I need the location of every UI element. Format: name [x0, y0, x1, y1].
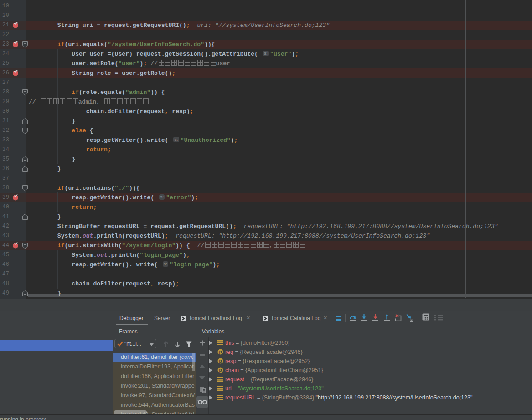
svg-text:p: p: [219, 349, 222, 354]
svg-text:p: p: [219, 368, 222, 373]
svg-text:p: p: [219, 358, 222, 363]
